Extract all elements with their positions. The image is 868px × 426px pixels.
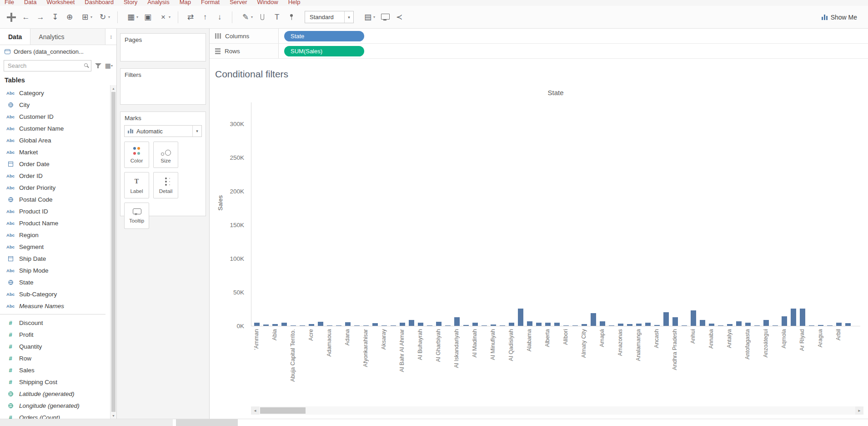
marks-color-button[interactable]: Color bbox=[124, 142, 149, 168]
bar-unlabeled[interactable] bbox=[809, 325, 814, 326]
bar-unlabeled[interactable] bbox=[773, 325, 778, 326]
field-order-date[interactable]: Order Date bbox=[0, 158, 109, 170]
bar-alberta[interactable] bbox=[545, 323, 551, 326]
redo-icon[interactable]: → bbox=[35, 11, 46, 24]
bar-unlabeled[interactable] bbox=[354, 325, 360, 326]
marks-label-button[interactable]: TLabel bbox=[124, 172, 149, 198]
bar-annaba[interactable] bbox=[709, 324, 714, 326]
field-order-id[interactable]: AbcOrder ID bbox=[0, 170, 109, 182]
pin-icon[interactable] bbox=[290, 14, 293, 20]
bar-ancash[interactable] bbox=[654, 325, 660, 326]
new-data-source-icon[interactable]: ⊕ bbox=[64, 11, 75, 24]
chevron-down-icon[interactable]: ▾ bbox=[90, 15, 92, 19]
refresh-icon[interactable]: ↻ bbox=[97, 11, 109, 24]
bar-unlabeled[interactable] bbox=[300, 325, 305, 326]
bar-unlabeled[interactable] bbox=[827, 325, 833, 326]
tableau-logo-icon[interactable] bbox=[6, 12, 17, 23]
bar-acre[interactable] bbox=[309, 324, 314, 326]
bar-unlabeled[interactable] bbox=[700, 320, 705, 326]
field-customer-id[interactable]: AbcCustomer ID bbox=[0, 111, 109, 122]
field-ship-date[interactable]: Ship Date bbox=[0, 253, 109, 264]
bar-unlabeled[interactable] bbox=[409, 320, 414, 326]
bar-alabama[interactable] bbox=[527, 321, 532, 326]
new-sheet-icon[interactable]: ▦ bbox=[125, 11, 137, 24]
chevron-down-icon[interactable]: ▾ bbox=[169, 15, 171, 19]
bar-unlabeled[interactable] bbox=[663, 312, 669, 326]
bar-unlabeled[interactable] bbox=[591, 313, 596, 326]
bar-abuja-capital-territo[interactable] bbox=[291, 325, 296, 326]
bar-al-gharbiyah[interactable] bbox=[436, 322, 442, 326]
chevron-down-icon[interactable]: ▾ bbox=[373, 15, 375, 19]
standard-view-select[interactable]: Standard ▾ bbox=[305, 11, 354, 23]
scrollbar-track[interactable] bbox=[259, 406, 855, 415]
mark-type-dropdown[interactable]: Automatic ▾ bbox=[124, 125, 202, 137]
field-market[interactable]: AbcMarket bbox=[0, 146, 109, 158]
scroll-down-icon[interactable]: ▼ bbox=[110, 412, 116, 419]
bar-unlabeled[interactable] bbox=[754, 325, 760, 326]
undo-icon[interactable]: ← bbox=[20, 11, 32, 24]
pill-sum-sales[interactable]: SUM(Sales) bbox=[284, 46, 364, 56]
search-input[interactable] bbox=[4, 60, 91, 71]
bar-arbil[interactable] bbox=[836, 323, 842, 326]
pages-card[interactable]: Pages bbox=[120, 33, 206, 61]
bar-abia[interactable] bbox=[272, 324, 278, 326]
bar-amazonas[interactable] bbox=[618, 324, 623, 326]
bar-aksaray[interactable] bbox=[381, 325, 387, 326]
sort-ascending-icon[interactable]: ↑ bbox=[199, 11, 211, 24]
columns-shelf[interactable]: State bbox=[279, 29, 868, 43]
menu-item-help[interactable]: Help bbox=[288, 0, 301, 6]
field-longitude-generated[interactable]: Longitude (generated) bbox=[0, 400, 109, 411]
marks-detail-button[interactable]: Detail bbox=[153, 172, 178, 198]
bar-analamanga[interactable] bbox=[636, 324, 642, 326]
bar-unlabeled[interactable] bbox=[463, 325, 469, 326]
bar-amap[interactable] bbox=[600, 321, 605, 326]
field-discount[interactable]: #Discount bbox=[0, 317, 109, 329]
field-global-area[interactable]: AbcGlobal Area bbox=[0, 134, 109, 146]
rows-shelf[interactable]: SUM(Sales) bbox=[279, 44, 868, 58]
field-sales[interactable]: #Sales bbox=[0, 364, 109, 376]
field-quantity[interactable]: #Quantity bbox=[0, 340, 109, 352]
new-worksheet-icon[interactable]: ⊞ bbox=[79, 11, 91, 24]
menu-item-data[interactable]: Data bbox=[24, 0, 36, 6]
save-icon[interactable]: ↧ bbox=[49, 11, 61, 24]
bar-unlabeled[interactable] bbox=[281, 323, 287, 326]
bar-unlabeled[interactable] bbox=[572, 325, 578, 326]
bar-ar-riyad[interactable] bbox=[800, 309, 805, 326]
menu-item-analysis[interactable]: Analysis bbox=[147, 0, 169, 6]
sort-descending-icon[interactable]: ↓ bbox=[214, 11, 226, 24]
bar-al-madinah[interactable] bbox=[472, 323, 478, 326]
pill-state[interactable]: State bbox=[284, 31, 364, 41]
bar-al-minufiyah[interactable] bbox=[491, 325, 496, 326]
bar-unlabeled[interactable] bbox=[645, 323, 651, 326]
bar-unlabeled[interactable] bbox=[718, 325, 723, 326]
field-shipping-cost[interactable]: #Shipping Cost bbox=[0, 376, 109, 388]
bar-al-qadisiyah[interactable] bbox=[509, 323, 514, 326]
sheet-tab[interactable] bbox=[176, 419, 238, 426]
bar-unlabeled[interactable] bbox=[372, 323, 378, 326]
field-customer-name[interactable]: AbcCustomer Name bbox=[0, 122, 109, 134]
field-ship-mode[interactable]: AbcShip Mode bbox=[0, 264, 109, 276]
column-field-header[interactable]: State bbox=[251, 89, 860, 96]
bar-unlabeled[interactable] bbox=[791, 309, 796, 326]
scrollbar-thumb[interactable] bbox=[111, 92, 115, 412]
fields-scrollbar[interactable]: ▲ ▼ bbox=[110, 85, 116, 419]
field-segment[interactable]: AbcSegment bbox=[0, 241, 109, 253]
highlight-icon[interactable]: ✎ bbox=[240, 11, 251, 24]
data-source-item[interactable]: Orders (data_connection... bbox=[0, 45, 116, 58]
filter-funnel-icon[interactable] bbox=[95, 63, 101, 69]
marks-tooltip-button[interactable]: Tooltip bbox=[124, 203, 149, 229]
bar-amman[interactable] bbox=[254, 323, 260, 326]
menu-item-story[interactable]: Story bbox=[124, 0, 137, 6]
bar-unlabeled[interactable] bbox=[609, 325, 614, 326]
menu-item-worksheet[interactable]: Worksheet bbox=[46, 0, 75, 6]
scroll-right-icon[interactable]: ► bbox=[855, 406, 863, 415]
bar-unlabeled[interactable] bbox=[391, 325, 396, 326]
chevron-down-icon[interactable]: ▾ bbox=[251, 15, 253, 19]
bar-aqmola[interactable] bbox=[782, 316, 787, 326]
field-orders-count[interactable]: #Orders (Count) bbox=[0, 411, 109, 419]
field-order-priority[interactable]: AbcOrder Priority bbox=[0, 182, 109, 193]
chevron-down-icon[interactable]: ▾ bbox=[108, 15, 110, 19]
duplicate-icon[interactable]: ▣ bbox=[142, 11, 154, 24]
bar-unlabeled[interactable] bbox=[682, 325, 687, 326]
clear-sheet-icon[interactable]: × bbox=[157, 11, 169, 24]
